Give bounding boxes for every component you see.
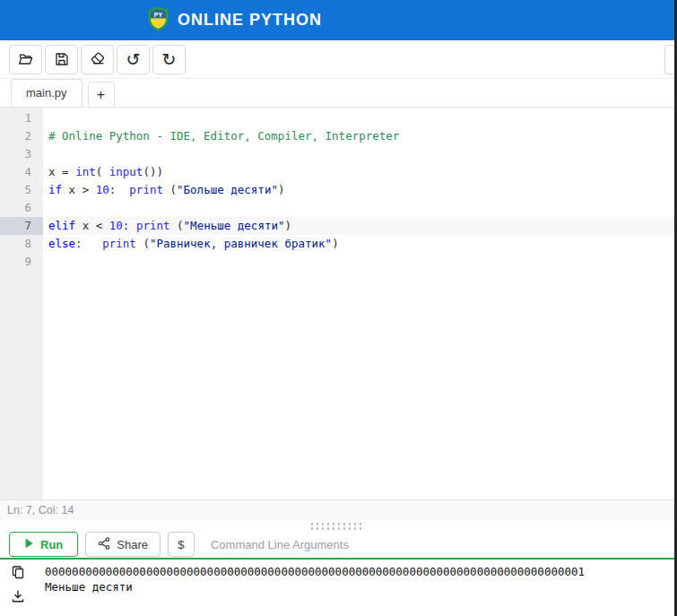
code-line: [48, 253, 674, 271]
line-number: 9: [0, 253, 43, 271]
undo-button[interactable]: ↺: [117, 45, 150, 74]
panel-divider: [0, 520, 674, 531]
download-output-button[interactable]: [11, 589, 25, 605]
clear-button[interactable]: [81, 45, 114, 74]
line-number: 7: [0, 217, 43, 235]
eraser-icon: [91, 52, 105, 66]
line-number: 1: [0, 109, 43, 127]
code-editor[interactable]: 123456789 # Online Python - IDE, Editor,…: [0, 108, 674, 499]
editor-toolbar: ↺ ↻: [0, 40, 674, 79]
undo-icon: ↺: [126, 51, 141, 68]
download-icon: [11, 593, 25, 606]
code-line: elif x < 10: print ("Меньше десяти"): [48, 217, 674, 235]
cursor-position: Ln: 7, Col: 14: [7, 504, 74, 516]
resize-handle[interactable]: [309, 522, 365, 530]
share-icon: [98, 537, 110, 552]
output-panel: 0000000000000000000000000000000000000000…: [0, 558, 674, 616]
run-button-label: Run: [40, 538, 63, 551]
line-number: 8: [0, 235, 43, 253]
folder-open-icon: [18, 52, 33, 66]
code-line: [48, 109, 674, 127]
redo-button[interactable]: ↻: [152, 45, 186, 74]
online-python-app: PY ONLINE PYTHON: [0, 0, 674, 616]
file-tabbar: main.py +: [0, 79, 674, 108]
line-number: 2: [0, 127, 43, 145]
add-tab-button[interactable]: +: [88, 82, 115, 107]
line-number: 5: [0, 181, 43, 199]
output-line: Меньше десяти: [45, 579, 674, 594]
code-line: [48, 145, 674, 163]
play-icon: [24, 538, 34, 551]
output-actions: [0, 560, 36, 616]
command-line-arguments-input[interactable]: [202, 532, 665, 557]
save-button[interactable]: [45, 45, 78, 74]
code-line: # Online Python - IDE, Editor, Compiler,…: [48, 127, 674, 145]
output-line: 0000000000000000000000000000000000000000…: [45, 564, 674, 579]
copy-output-button[interactable]: [11, 565, 25, 581]
line-number: 3: [0, 145, 43, 163]
editor-statusbar: Ln: 7, Col: 14: [0, 499, 674, 520]
app-header: PY ONLINE PYTHON: [0, 0, 674, 40]
svg-text:PY: PY: [154, 11, 163, 17]
line-number-gutter: 123456789: [0, 108, 43, 499]
run-toolbar: Run Share $: [0, 531, 674, 558]
shell-button[interactable]: $: [168, 532, 195, 557]
code-line: [48, 199, 674, 217]
line-number: 6: [0, 199, 43, 217]
redo-icon: ↻: [162, 51, 177, 68]
app-title: ONLINE PYTHON: [178, 11, 322, 30]
copy-icon: [11, 568, 25, 582]
code-line: else: print ("Равничек, равничек братик"…: [48, 235, 674, 253]
share-button-label: Share: [117, 538, 148, 551]
tab-main-py[interactable]: main.py: [11, 79, 82, 107]
code-line: if x > 10: print ("Больше десяти"): [48, 181, 674, 199]
line-number: 4: [0, 163, 43, 181]
run-button[interactable]: Run: [9, 532, 78, 557]
python-shield-logo: PY: [147, 6, 169, 35]
code-line: x = int( input()): [48, 163, 674, 181]
save-icon: [55, 52, 69, 66]
open-file-button[interactable]: [9, 45, 42, 74]
program-output: 0000000000000000000000000000000000000000…: [36, 560, 674, 616]
share-button[interactable]: Share: [85, 532, 161, 557]
code-area: # Online Python - IDE, Editor, Compiler,…: [43, 108, 674, 499]
toolbar-overflow-button[interactable]: [664, 45, 674, 74]
